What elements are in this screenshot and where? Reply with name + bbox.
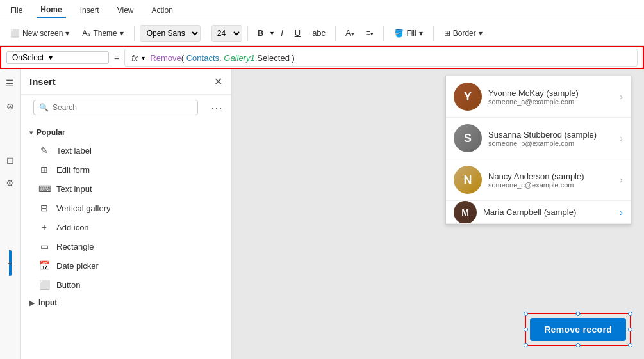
dot-tl <box>524 312 528 316</box>
remove-record-button[interactable]: Remove record <box>530 318 626 341</box>
dot-ml <box>524 328 528 332</box>
dot-mr <box>628 328 632 332</box>
text-input-icon: ⌨ <box>38 184 50 194</box>
contact-name-3: Maria Campbell (sample) <box>483 207 613 217</box>
rectangle-text: Rectangle <box>56 242 94 251</box>
chevron-right-icon-1: › <box>620 133 623 143</box>
list-item-date-picker[interactable]: 📅 Date picker <box>21 256 231 275</box>
panel-close-button[interactable]: ✕ <box>214 76 222 88</box>
dot-tr <box>628 312 632 316</box>
font-select[interactable]: Open Sans <box>140 25 201 42</box>
underline-button[interactable]: U <box>290 26 305 40</box>
chevron-right-icon-3: › <box>620 207 623 218</box>
gallery-item-0[interactable]: Y Yvonne McKay (sample) someone_a@exampl… <box>446 76 631 118</box>
font-color-button[interactable]: A▾ <box>341 26 359 40</box>
toolbar-divider-2 <box>206 26 206 41</box>
date-picker-icon: 📅 <box>38 260 50 271</box>
chevron-right-icon: ▶ <box>29 299 35 307</box>
toolbar-divider-6 <box>433 26 434 41</box>
avatar-1: S <box>454 124 482 152</box>
vertical-gallery-icon: ⊟ <box>38 203 50 213</box>
text-label-text: Text label <box>56 146 92 156</box>
gallery-widget: Y Yvonne McKay (sample) someone_a@exampl… <box>445 76 631 225</box>
text-label-icon: ✎ <box>38 145 50 156</box>
button-icon: ⬜ <box>38 280 50 290</box>
text-input-text: Text input <box>56 184 92 194</box>
left-icon-add[interactable]: + <box>9 250 12 276</box>
list-item-button[interactable]: ⬜ Button <box>21 275 231 294</box>
bold-button[interactable]: B <box>253 26 268 40</box>
formula-bar: OnSelect ▾ = fx ▾ Remove( Contacts, Gall… <box>0 46 644 69</box>
border-button[interactable]: ⊞ Border ▾ <box>439 26 488 40</box>
section-popular-label: Popular <box>37 128 65 137</box>
theme-label: Theme <box>93 29 117 38</box>
list-item-edit-form[interactable]: ⊞ Edit form <box>21 160 231 179</box>
dropdown-arrow-fx: ▾ <box>142 54 145 61</box>
gallery-item-2[interactable]: N Nancy Anderson (sample) someone_c@exam… <box>446 159 631 201</box>
toolbar-divider-3 <box>247 26 248 41</box>
more-options-icon[interactable]: ⋯ <box>208 98 225 117</box>
toolbar-divider-5 <box>383 26 384 41</box>
property-name: OnSelect <box>12 53 44 62</box>
panel-header: Insert ✕ <box>21 69 231 95</box>
dropdown-arrow-bold: ▾ <box>270 29 274 36</box>
remove-record-area: Remove record <box>525 313 631 346</box>
dropdown-arrow-newscreen: ▾ <box>65 29 69 38</box>
list-item-text-label[interactable]: ✎ Text label <box>21 141 231 160</box>
fill-button[interactable]: 🪣 Fill ▾ <box>389 26 427 40</box>
contact-info-3: Maria Campbell (sample) <box>483 207 613 217</box>
property-selector[interactable]: OnSelect ▾ <box>6 51 109 64</box>
gallery-item-1[interactable]: S Susanna Stubberod (sample) someone_b@e… <box>446 118 631 159</box>
contact-name-1: Susanna Stubberod (sample) <box>488 130 613 140</box>
edit-form-icon: ⊞ <box>38 164 50 175</box>
rectangle-icon: ▭ <box>38 241 50 251</box>
main-area: ☰ ⊛ + ◻ ⚙ Insert ✕ 🔍 ⋯ ▾ Popular ✎ Text … <box>0 69 644 359</box>
menu-action[interactable]: Action <box>148 3 177 17</box>
add-icon-text: Add icon <box>56 223 89 232</box>
menu-file[interactable]: File <box>6 3 26 17</box>
search-icon: 🔍 <box>39 103 49 112</box>
contact-info-0: Yvonne McKay (sample) someone_a@example.… <box>488 88 613 106</box>
strikethrough-button[interactable]: abc <box>308 26 330 40</box>
section-input-label: Input <box>38 298 57 307</box>
italic-button[interactable]: I <box>276 26 288 40</box>
section-popular[interactable]: ▾ Popular <box>21 124 231 141</box>
menu-insert[interactable]: Insert <box>76 3 103 17</box>
left-icon-shape[interactable]: ◻ <box>1 151 19 169</box>
left-icon-menu[interactable]: ☰ <box>1 74 19 92</box>
menu-bar: File Home Insert View Action <box>0 0 644 20</box>
new-screen-button[interactable]: ⬜ New screen ▾ <box>5 26 74 40</box>
list-item-rectangle[interactable]: ▭ Rectangle <box>21 237 231 256</box>
property-dropdown[interactable]: ▾ <box>49 53 53 62</box>
search-input[interactable] <box>53 103 192 112</box>
fill-icon: 🪣 <box>394 29 404 38</box>
chevron-right-icon-2: › <box>620 175 623 185</box>
canvas-area: Y Yvonne McKay (sample) someone_a@exampl… <box>232 69 644 359</box>
theme-button[interactable]: Aₐ Theme ▾ <box>77 26 128 40</box>
left-icon-settings[interactable]: ⚙ <box>1 174 19 192</box>
insert-list: ▾ Popular ✎ Text label ⊞ Edit form ⌨ Tex… <box>21 124 231 359</box>
menu-home[interactable]: Home <box>37 3 65 18</box>
section-input[interactable]: ▶ Input <box>21 294 231 311</box>
font-size-select[interactable]: 24 <box>211 25 242 42</box>
formula-text-remove: Remove( Contacts, Gallery1.Selected ) <box>150 53 295 63</box>
panel-title: Insert <box>29 76 56 87</box>
gallery-item-3[interactable]: M Maria Campbell (sample) › <box>446 201 631 224</box>
contact-email-2: someone_c@example.com <box>488 181 613 189</box>
button-text: Button <box>56 280 81 290</box>
align-button[interactable]: ≡▾ <box>361 26 379 40</box>
dot-mb <box>576 343 581 347</box>
dot-br <box>628 343 632 347</box>
list-item-vertical-gallery[interactable]: ⊟ Vertical gallery <box>21 198 231 218</box>
list-item-add-icon[interactable]: + Add icon <box>21 218 231 237</box>
equals-sign: = <box>114 52 119 63</box>
avatar-3: M <box>454 201 477 224</box>
formula-input-box[interactable]: fx ▾ Remove( Contacts, Gallery1.Selected… <box>124 49 638 67</box>
dot-bl <box>524 343 528 347</box>
toolbar-divider-4 <box>335 26 336 41</box>
list-item-text-input[interactable]: ⌨ Text input <box>21 179 231 198</box>
menu-view[interactable]: View <box>113 3 138 17</box>
screen-icon: ⬜ <box>10 29 20 38</box>
contact-info-2: Nancy Anderson (sample) someone_c@exampl… <box>488 172 613 189</box>
left-icon-layers[interactable]: ⊛ <box>1 97 19 115</box>
